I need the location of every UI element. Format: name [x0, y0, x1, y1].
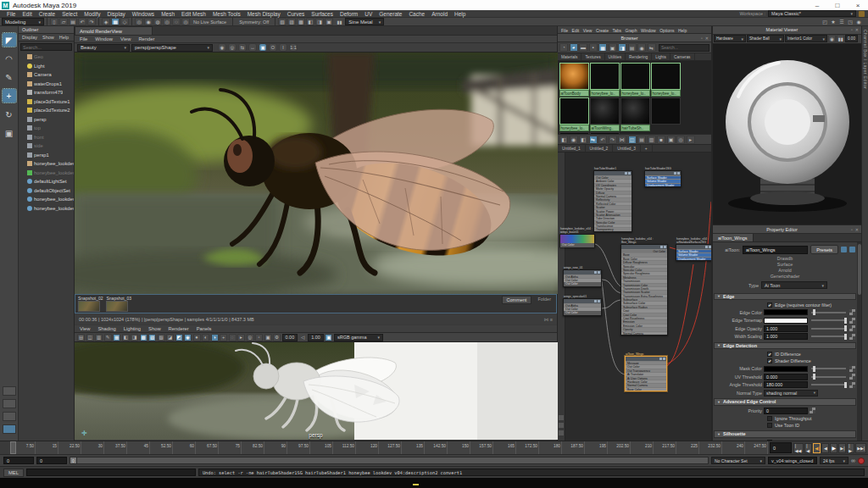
- selection-mode-icon[interactable]: ◇: [120, 18, 129, 25]
- selection-mode-icon[interactable]: ◈: [102, 18, 110, 25]
- render-camera-dropdown[interactable]: persp|perspShape▾: [131, 44, 213, 52]
- panel-close-icon[interactable]: ✕: [705, 36, 709, 41]
- outliner-item[interactable]: Camera: [19, 70, 74, 80]
- viewport-tool-icon[interactable]: ◉: [184, 334, 192, 341]
- material-swatch[interactable]: aiToonBody: [559, 63, 589, 97]
- renderview-tool-icon[interactable]: ◎: [228, 43, 236, 52]
- outliner-item[interactable]: honeybee_lookdev_v04...: [19, 159, 74, 169]
- material-category-tab[interactable]: Utilities: [605, 53, 626, 60]
- snap-icon[interactable]: ◍: [153, 18, 162, 25]
- viewport-menu-item[interactable]: Panels: [197, 326, 212, 331]
- hypershade-menu-item[interactable]: Tabs: [612, 28, 621, 32]
- render-icon[interactable]: ▨: [287, 18, 296, 25]
- outliner-item[interactable]: side: [19, 141, 74, 151]
- presets-button[interactable]: Presets: [810, 245, 838, 254]
- hypershade-menu-item[interactable]: Help: [678, 28, 687, 32]
- checkbox-row[interactable]: Use Toon ID: [713, 422, 857, 430]
- snapshot-thumbnail[interactable]: Snapshot_02: [78, 296, 103, 312]
- viewport-tool-icon[interactable]: ◫: [86, 334, 94, 341]
- graph-tool-icon[interactable]: ▤: [637, 136, 646, 144]
- type-dropdown[interactable]: Ai Toon▾: [761, 281, 827, 289]
- menu-item[interactable]: Help: [454, 11, 465, 17]
- checkbox-row[interactable]: ✔Shader Difference: [713, 358, 857, 365]
- snapshot-thumbnail[interactable]: Snapshot_03: [106, 296, 131, 312]
- graph-tool-icon[interactable]: ◧: [559, 136, 568, 144]
- outliner-item[interactable]: Geo: [19, 53, 74, 62]
- outliner-item[interactable]: place3dTexture2: [19, 106, 74, 115]
- node-wings-new-01[interactable]: wings_new_01 Out AlphaOut Color Out Colo…: [563, 269, 602, 287]
- geometry-dropdown[interactable]: Shader Ball▾: [747, 35, 784, 42]
- graph-tool-icon[interactable]: ◉: [570, 136, 578, 144]
- auto-keyframe-icon[interactable]: [858, 458, 865, 464]
- copy-tab-icon[interactable]: [849, 247, 855, 252]
- render-icon[interactable]: ◨: [315, 18, 324, 25]
- file-op-icon[interactable]: ↶: [78, 18, 86, 25]
- comment-button[interactable]: Comment: [502, 296, 532, 304]
- slider[interactable]: [811, 319, 846, 321]
- layout-split-button[interactable]: [3, 412, 16, 421]
- map-button[interactable]: [849, 334, 855, 340]
- pause-icon[interactable]: ▮▮: [337, 19, 342, 25]
- graph-tool-icon[interactable]: ↶: [598, 136, 607, 144]
- map-button[interactable]: [810, 408, 815, 413]
- render-icon[interactable]: ▧: [278, 18, 287, 25]
- viewport-tool-icon[interactable]: +: [220, 334, 227, 341]
- viewport-tool-icon[interactable]: ▥: [95, 334, 103, 341]
- hypershade-menu-item[interactable]: Window: [641, 28, 656, 32]
- renderview-menu-item[interactable]: File: [80, 36, 87, 42]
- menu-item[interactable]: Generate: [379, 11, 402, 17]
- color-swatch[interactable]: [764, 366, 808, 372]
- graph-tool-icon[interactable]: ⇆: [589, 136, 598, 144]
- viewport-tool-icon[interactable]: ⚙: [273, 334, 281, 341]
- material-swatch[interactable]: honeybee_lo..: [590, 63, 620, 97]
- mel-input[interactable]: [26, 469, 196, 476]
- renderview-menu-item[interactable]: Window: [95, 36, 113, 42]
- browser-tool-icon[interactable]: ◨: [618, 43, 626, 52]
- layout-hypershade-button[interactable]: [3, 424, 16, 434]
- playback-button[interactable]: ▶▶|: [855, 443, 866, 453]
- material-swatch[interactable]: [651, 97, 681, 131]
- renderview-tool-icon[interactable]: ⇆: [238, 43, 247, 52]
- renderview-tool-icon[interactable]: O: [269, 43, 277, 52]
- aov-dropdown[interactable]: Beauty▾: [77, 44, 130, 52]
- playback-button[interactable]: |◀: [804, 443, 812, 453]
- menu-item[interactable]: Select: [62, 11, 77, 17]
- graph-tool-icon[interactable]: ◫: [628, 136, 637, 144]
- renderer-dropdown[interactable]: Hardware▾: [714, 35, 746, 42]
- side-tab-strip[interactable]: Channel Box / Layer Editor: [861, 26, 868, 441]
- menu-item[interactable]: Mesh Tools: [213, 11, 241, 17]
- playback-button[interactable]: |◀◀: [793, 443, 804, 453]
- panel-toggle-icon[interactable]: ◉: [854, 18, 863, 25]
- hypershade-menu-item[interactable]: View: [583, 28, 593, 32]
- map-button[interactable]: [849, 325, 855, 331]
- snapshot-camera-icon[interactable]: ◉: [828, 35, 836, 42]
- menu-item[interactable]: UV: [364, 11, 372, 17]
- window-control-button[interactable]: ×: [848, 2, 868, 9]
- section-silhouette[interactable]: ▼Silhouette: [714, 430, 856, 438]
- render-icon[interactable]: ▣: [325, 18, 333, 25]
- outliner-item[interactable]: defaultObjectSet: [19, 186, 74, 196]
- render-icon[interactable]: ◧: [306, 18, 314, 25]
- hypershade-menu-item[interactable]: Graph: [626, 28, 637, 32]
- graph-tool-icon[interactable]: ◎: [676, 136, 685, 144]
- render-icon[interactable]: ▩: [297, 18, 305, 25]
- slider[interactable]: [811, 368, 846, 369]
- pause-icon[interactable]: ▮▮: [837, 35, 844, 42]
- menu-item[interactable]: Arnold: [431, 11, 448, 17]
- lock-icon[interactable]: [859, 11, 865, 17]
- window-control-button[interactable]: –: [807, 2, 827, 9]
- node-bee-wings[interactable]: honeybee_lookdev_v04 : Bee_Wings Out Col…: [620, 244, 668, 336]
- browser-tool-icon[interactable]: ◉: [637, 43, 646, 52]
- color-swatch[interactable]: [764, 309, 808, 315]
- viewport-tool-icon[interactable]: ◨: [131, 334, 138, 341]
- outliner-item[interactable]: waterDrops1: [19, 80, 74, 89]
- shader-ball-preview[interactable]: [713, 44, 861, 225]
- checkbox-row[interactable]: Ignore Throughput: [713, 415, 857, 423]
- file-op-icon[interactable]: ▯: [50, 18, 58, 25]
- browser-tool-icon[interactable]: ◕: [570, 43, 578, 52]
- slider[interactable]: [811, 328, 846, 330]
- outliner-item[interactable]: front: [19, 133, 74, 142]
- panel-float-icon[interactable]: ▫: [851, 27, 853, 32]
- playback-button[interactable]: ◀: [821, 443, 829, 453]
- playback-start-field[interactable]: 0: [36, 457, 67, 464]
